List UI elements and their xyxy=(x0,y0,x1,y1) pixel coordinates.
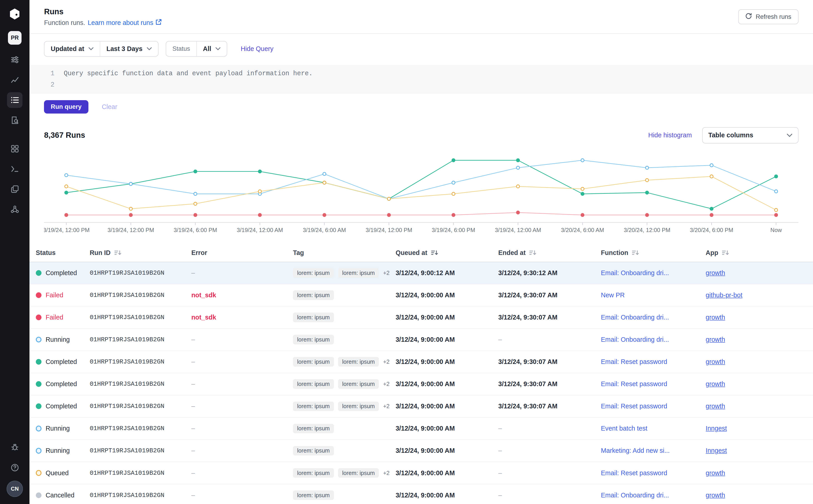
hide-query-link[interactable]: Hide Query xyxy=(241,45,274,53)
tag-extra-count: +2 xyxy=(383,270,390,276)
function-link[interactable]: Email: Reset password xyxy=(601,358,667,366)
run-id-cell: 01HRPT19RJSA1019B2GN xyxy=(90,380,191,388)
table-row[interactable]: Failed01HRPT19RJSA1019B2GNnot_sdklorem: … xyxy=(29,284,813,307)
status-cell: Running xyxy=(36,447,90,454)
workspace-badge[interactable]: PR xyxy=(8,31,21,44)
status-cell: Failed xyxy=(36,314,90,321)
sidebar-item-metrics[interactable] xyxy=(7,72,23,88)
page-header: Runs Function runs. Learn more about run… xyxy=(29,0,813,34)
chevron-down-icon xyxy=(787,133,792,137)
svg-text:3/19/24, 12:00 PM: 3/19/24, 12:00 PM xyxy=(108,227,154,233)
timerange-dropdown[interactable]: Last 3 Days xyxy=(100,41,158,56)
inngest-logo-icon[interactable] xyxy=(7,6,23,22)
function-cell: Email: Onboarding dri... xyxy=(601,269,706,277)
app-link[interactable]: growth xyxy=(706,314,725,321)
queued-at-cell: 3/12/24, 9:00:00 AM xyxy=(395,358,498,366)
status-label: Cancelled xyxy=(46,492,74,499)
table-row[interactable]: Completed01HRPT19RJSA1019B2GN–lorem: ips… xyxy=(29,262,813,284)
function-link[interactable]: Email: Onboarding dri... xyxy=(601,336,669,343)
column-label: Status xyxy=(36,249,56,257)
sidebar-item-events[interactable] xyxy=(7,112,23,128)
sidebar-item-apps[interactable] xyxy=(7,141,23,157)
function-link[interactable]: Email: Onboarding dri... xyxy=(601,492,669,499)
help-icon[interactable] xyxy=(7,460,23,475)
sidebar-item-functions[interactable] xyxy=(7,161,23,177)
table-row[interactable]: Queued01HRPT19RJSA1019B2GN–lorem: ipsuml… xyxy=(29,462,813,484)
table-row[interactable]: Running01HRPT19RJSA1019B2GN–lorem: ipsum… xyxy=(29,440,813,462)
app-link[interactable]: github-pr-bot xyxy=(706,291,743,299)
status-dropdown[interactable]: All xyxy=(196,41,227,56)
tag-cell: lorem: ipsum xyxy=(293,424,395,434)
app-link[interactable]: growth xyxy=(706,492,725,499)
app-cell: growth xyxy=(706,469,813,477)
function-link[interactable]: Marketing: Add new si... xyxy=(601,447,670,454)
sidebar: PR xyxy=(0,0,29,504)
query-editor[interactable]: 1 Query specific function data and event… xyxy=(29,65,813,94)
status-cell: Failed xyxy=(36,291,90,299)
function-link[interactable]: Email: Reset password xyxy=(601,469,667,477)
bug-report-icon[interactable] xyxy=(7,439,23,455)
column-label: Ended at xyxy=(498,249,526,257)
column-header: Error xyxy=(191,249,293,257)
app-link[interactable]: growth xyxy=(706,402,725,410)
function-link[interactable]: Event batch test xyxy=(601,425,648,432)
timefield-dropdown[interactable]: Updated at xyxy=(44,41,100,56)
table-columns-dropdown[interactable]: Table columns xyxy=(702,127,798,144)
app-link[interactable]: growth xyxy=(706,358,725,366)
sidebar-item-webhooks[interactable] xyxy=(7,202,23,217)
sidebar-item-deploys[interactable] xyxy=(7,181,23,197)
learn-more-link[interactable]: Learn more about runs xyxy=(88,19,162,27)
refresh-runs-button[interactable]: Refresh runs xyxy=(738,9,798,24)
tag-pill: lorem: ipsum xyxy=(338,268,379,278)
tag-pill: lorem: ipsum xyxy=(338,468,379,478)
ended-at-cell: – xyxy=(498,336,601,343)
table-row[interactable]: Running01HRPT19RJSA1019B2GN–lorem: ipsum… xyxy=(29,329,813,351)
status-cell: Completed xyxy=(36,269,90,277)
sidebar-item-filters[interactable] xyxy=(7,52,23,68)
function-cell: Marketing: Add new si... xyxy=(601,447,706,454)
function-link[interactable]: Email: Reset password xyxy=(601,380,667,388)
function-link[interactable]: Email: Reset password xyxy=(601,402,667,410)
table-row[interactable]: Completed01HRPT19RJSA1019B2GN–lorem: ips… xyxy=(29,395,813,418)
app-link[interactable]: Inngest xyxy=(706,447,727,454)
ended-at-cell: 3/12/24, 9:30:07 AM xyxy=(498,380,601,388)
ended-at-cell: – xyxy=(498,492,601,499)
filter-bar: Updated at Last 3 Days Status All Hide Q… xyxy=(29,34,813,57)
function-link[interactable]: Email: Onboarding dri... xyxy=(601,269,669,277)
refresh-runs-label: Refresh runs xyxy=(756,13,791,20)
error-cell: – xyxy=(191,358,293,366)
status-dot-icon xyxy=(36,381,41,387)
app-link[interactable]: growth xyxy=(706,469,725,477)
status-label: Running xyxy=(46,425,70,432)
table-row[interactable]: Completed01HRPT19RJSA1019B2GN–lorem: ips… xyxy=(29,373,813,395)
function-link[interactable]: Email: Onboarding dri... xyxy=(601,314,669,321)
run-id-cell: 01HRPT19RJSA1019B2GN xyxy=(90,314,191,321)
tag-cell: lorem: ipsumlorem: ipsum+2 xyxy=(293,357,395,367)
table-row[interactable]: Cancelled01HRPT19RJSA1019B2GN–lorem: ips… xyxy=(29,484,813,504)
function-cell: Email: Onboarding dri... xyxy=(601,492,706,499)
column-header[interactable]: App xyxy=(706,249,813,257)
function-link[interactable]: New PR xyxy=(601,291,625,299)
app-cell: growth xyxy=(706,269,813,277)
table-row[interactable]: Completed01HRPT19RJSA1019B2GN–lorem: ips… xyxy=(29,351,813,373)
column-header[interactable]: Ended at xyxy=(498,249,601,257)
app-link[interactable]: growth xyxy=(706,336,725,343)
ended-at-cell: 3/12/24, 9:30:07 AM xyxy=(498,314,601,321)
column-header[interactable]: Function xyxy=(601,249,706,257)
run-query-button[interactable]: Run query xyxy=(44,100,88,114)
app-link[interactable]: growth xyxy=(706,380,725,388)
sidebar-item-runs[interactable] xyxy=(7,92,23,108)
clear-query-button[interactable]: Clear xyxy=(99,103,120,111)
status-label: Completed xyxy=(46,380,77,388)
svg-text:3/20/24, 6:00 PM: 3/20/24, 6:00 PM xyxy=(690,227,733,233)
timerange-value: Last 3 Days xyxy=(107,45,143,53)
hide-histogram-link[interactable]: Hide histogram xyxy=(648,131,692,139)
table-row[interactable]: Failed01HRPT19RJSA1019B2GNnot_sdklorem: … xyxy=(29,307,813,329)
table-row[interactable]: Running01HRPT19RJSA1019B2GN–lorem: ipsum… xyxy=(29,418,813,440)
chevron-down-icon xyxy=(88,47,94,50)
column-header[interactable]: Queued at xyxy=(395,249,498,257)
app-link[interactable]: Inngest xyxy=(706,425,727,432)
column-header[interactable]: Run ID xyxy=(90,249,191,257)
user-avatar[interactable]: CN xyxy=(7,481,23,497)
app-link[interactable]: growth xyxy=(706,269,725,277)
